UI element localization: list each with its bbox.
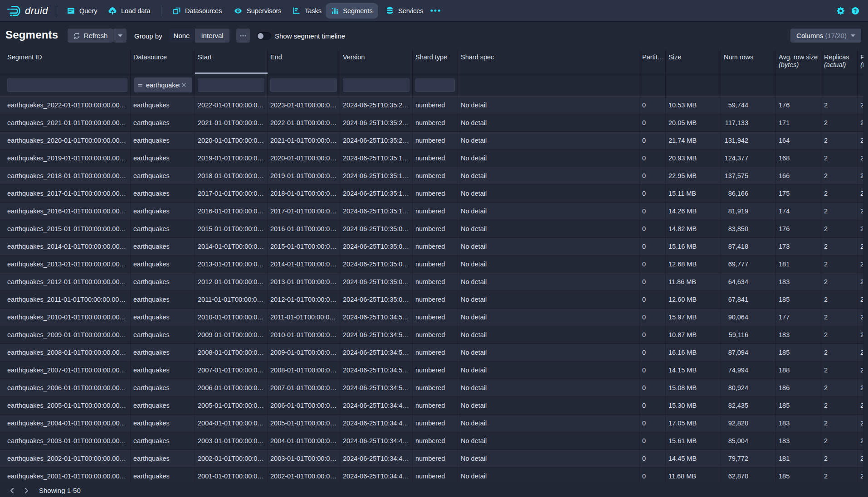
svg-text:?: ? — [854, 8, 857, 13]
